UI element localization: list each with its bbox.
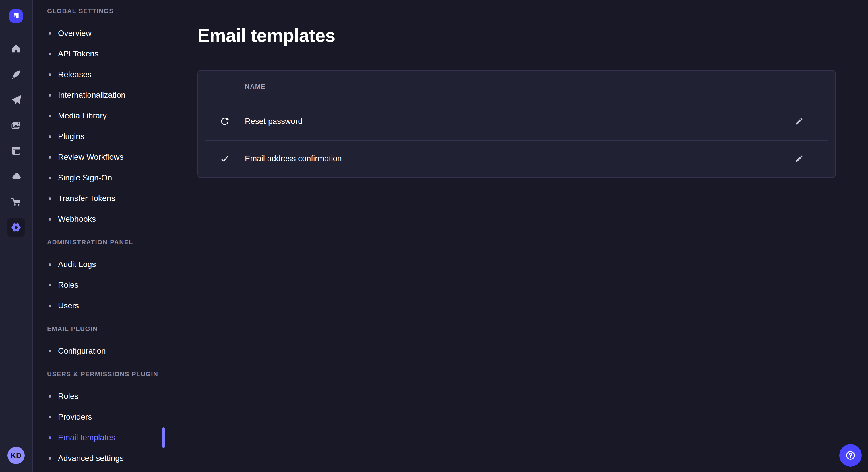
sidebar-item-up-roles[interactable]: Roles bbox=[47, 386, 165, 407]
section-heading: Global settings bbox=[47, 7, 165, 15]
media-library-icon[interactable] bbox=[7, 116, 25, 134]
section-email-plugin: Email plugin Configuration bbox=[47, 325, 165, 361]
template-name: Email address confirmation bbox=[245, 154, 342, 163]
sidebar-item-label: Configuration bbox=[58, 346, 106, 356]
sidebar-item-plugins[interactable]: Plugins bbox=[47, 126, 165, 147]
section-heading: Users & Permissions plugin bbox=[47, 370, 165, 378]
table-row-reset-password[interactable]: Reset password bbox=[198, 103, 835, 140]
sidebar-item-label: Single Sign-On bbox=[58, 173, 112, 182]
sidebar-item-label: Users bbox=[58, 301, 79, 310]
bullet-icon bbox=[49, 284, 51, 286]
help-button[interactable] bbox=[839, 444, 862, 467]
icon-nav-list bbox=[7, 40, 25, 237]
section-users-permissions-plugin: Users & Permissions plugin Roles Provide… bbox=[47, 370, 165, 469]
bullet-icon bbox=[49, 218, 51, 221]
bullet-icon bbox=[49, 436, 51, 439]
sidebar-item-label: Plugins bbox=[58, 132, 84, 141]
bullet-icon bbox=[49, 53, 51, 55]
pencil-icon bbox=[794, 154, 803, 163]
avatar[interactable]: KD bbox=[7, 447, 25, 464]
table-header-row: Name bbox=[198, 71, 835, 103]
gear-icon[interactable] bbox=[7, 218, 25, 237]
bullet-icon bbox=[49, 177, 51, 179]
sidebar-item-label: API Tokens bbox=[58, 49, 98, 59]
sidebar-item-label: Internationalization bbox=[58, 91, 125, 100]
bullet-icon bbox=[49, 197, 51, 200]
sidebar-item-label: Releases bbox=[58, 70, 92, 79]
bullet-icon bbox=[49, 73, 51, 76]
email-templates-table: Name Reset password bbox=[197, 70, 836, 178]
sidebar-item-label: Audit Logs bbox=[58, 260, 96, 269]
question-mark-icon bbox=[844, 449, 857, 462]
template-name: Reset password bbox=[245, 117, 303, 126]
pencil-icon bbox=[794, 117, 803, 126]
cart-icon[interactable] bbox=[7, 193, 25, 211]
sidebar-item-label: Overview bbox=[58, 29, 92, 38]
bullet-icon bbox=[49, 350, 51, 352]
cloud-icon[interactable] bbox=[7, 167, 25, 186]
sidebar-item-providers[interactable]: Providers bbox=[47, 407, 165, 427]
section-heading: Email plugin bbox=[47, 325, 165, 333]
sidebar-item-review-workflows[interactable]: Review Workflows bbox=[47, 147, 165, 167]
home-icon[interactable] bbox=[7, 40, 25, 58]
sidebar-item-label: Media Library bbox=[58, 111, 107, 121]
sidebar-item-label: Email templates bbox=[58, 433, 115, 442]
sidebar-item-email-templates[interactable]: Email templates bbox=[47, 427, 165, 448]
sidebar-item-internationalization[interactable]: Internationalization bbox=[47, 85, 165, 105]
sidebar-item-single-sign-on[interactable]: Single Sign-On bbox=[47, 167, 165, 188]
sidebar-item-label: Review Workflows bbox=[58, 153, 123, 162]
refresh-icon bbox=[220, 116, 230, 127]
bullet-icon bbox=[49, 416, 51, 418]
sidebar-item-releases[interactable]: Releases bbox=[47, 64, 165, 85]
check-icon bbox=[220, 154, 230, 164]
section-heading: Administration panel bbox=[47, 239, 165, 246]
strapi-logo[interactable] bbox=[9, 9, 23, 23]
layout-icon[interactable] bbox=[7, 142, 25, 160]
main-content: Email templates Name Reset password bbox=[165, 0, 868, 472]
bullet-icon bbox=[49, 457, 51, 460]
sidebar-item-admin-roles[interactable]: Roles bbox=[47, 275, 165, 295]
bullet-icon bbox=[49, 305, 51, 307]
sidebar-item-label: Webhooks bbox=[58, 214, 96, 224]
section-global-settings: Global settings Overview API Tokens Rele… bbox=[47, 7, 165, 229]
paper-plane-icon[interactable] bbox=[7, 91, 25, 109]
sidebar-item-label: Roles bbox=[58, 280, 79, 290]
sidebar-item-configuration[interactable]: Configuration bbox=[47, 341, 165, 361]
bullet-icon bbox=[49, 395, 51, 398]
sidebar-item-audit-logs[interactable]: Audit Logs bbox=[47, 254, 165, 275]
bullet-icon bbox=[49, 115, 51, 117]
page-title: Email templates bbox=[197, 25, 836, 46]
settings-subnav: Global settings Overview API Tokens Rele… bbox=[33, 0, 165, 472]
sidebar-item-transfer-tokens[interactable]: Transfer Tokens bbox=[47, 188, 165, 209]
app-window: KD Global settings Overview API Tokens R… bbox=[0, 0, 868, 472]
sidebar-item-media-library[interactable]: Media Library bbox=[47, 105, 165, 126]
sidebar-item-label: Roles bbox=[58, 392, 79, 401]
sidebar-item-advanced-settings[interactable]: Advanced settings bbox=[47, 448, 165, 469]
sidebar-item-api-tokens[interactable]: API Tokens bbox=[47, 43, 165, 64]
sidebar-item-overview[interactable]: Overview bbox=[47, 23, 165, 43]
bullet-icon bbox=[49, 94, 51, 97]
edit-button[interactable] bbox=[790, 113, 807, 129]
edit-button[interactable] bbox=[790, 150, 807, 167]
main-nav: KD bbox=[0, 0, 33, 472]
section-administration-panel: Administration panel Audit Logs Roles Us… bbox=[47, 239, 165, 316]
sidebar-item-webhooks[interactable]: Webhooks bbox=[47, 209, 165, 229]
active-indicator bbox=[162, 427, 165, 448]
bullet-icon bbox=[49, 135, 51, 138]
strapi-logo-glyph bbox=[9, 9, 23, 23]
sidebar-item-label: Advanced settings bbox=[58, 453, 124, 463]
sidebar-item-label: Transfer Tokens bbox=[58, 194, 115, 203]
column-header-name: Name bbox=[245, 83, 266, 90]
feather-icon[interactable] bbox=[7, 65, 25, 83]
sidebar-item-label: Providers bbox=[58, 412, 92, 422]
table-row-email-confirmation[interactable]: Email address confirmation bbox=[198, 140, 835, 177]
bullet-icon bbox=[49, 263, 51, 266]
bullet-icon bbox=[49, 32, 51, 35]
bullet-icon bbox=[49, 156, 51, 159]
logo-cell bbox=[0, 0, 32, 32]
sidebar-item-admin-users[interactable]: Users bbox=[47, 295, 165, 316]
